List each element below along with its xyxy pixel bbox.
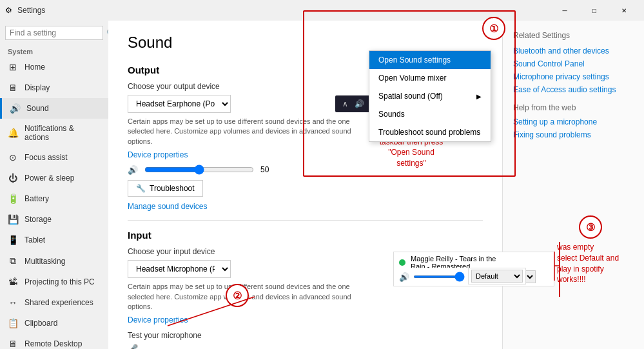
output-device-label: Choose your output device	[128, 82, 483, 91]
sidebar-item-battery[interactable]: 🔋 Battery	[0, 188, 108, 209]
nav-icon-home: ⊞	[8, 62, 18, 72]
output-troubleshoot-label: Troubleshoot	[150, 184, 195, 193]
nav-icon-projecting: 📽	[8, 277, 18, 287]
sidebar-item-remote[interactable]: 🖥 Remote Desktop	[0, 334, 108, 349]
sidebar-item-sound[interactable]: 🔊 Sound	[0, 98, 108, 119]
nav-icon-clipboard: 📋	[8, 318, 18, 328]
nav-icon-display: 🖥	[8, 83, 18, 93]
help-link-1[interactable]: Fixing sound problems	[513, 130, 634, 139]
nav-label-power: Power & sleep	[24, 174, 74, 183]
page-title: Sound	[128, 34, 483, 52]
mic-icon: 🎤	[128, 344, 138, 349]
help-web-title: Help from the web	[513, 103, 634, 112]
right-panel: Related Settings Bluetooth and other dev…	[502, 21, 644, 349]
master-volume-slider[interactable]	[144, 165, 254, 175]
nav-icon-notifications: 🔔	[8, 128, 18, 138]
output-device-properties-link[interactable]: Device properties	[128, 150, 483, 159]
nav-label-projecting: Projecting to this PC	[24, 277, 95, 286]
nav-label-remote: Remote Desktop	[24, 339, 82, 348]
sidebar-item-storage[interactable]: 💾 Storage	[0, 209, 108, 230]
sidebar-item-focus[interactable]: ⊙ Focus assist	[0, 147, 108, 168]
nav-label-storage: Storage	[24, 215, 52, 224]
close-button[interactable]: ✕	[609, 0, 639, 21]
nav-icon-sound: 🔊	[10, 103, 20, 114]
related-link-2[interactable]: Microphone privacy settings	[513, 72, 634, 81]
sidebar-item-multitasking[interactable]: ⧉ Multitasking	[0, 250, 108, 272]
help-link-0[interactable]: Setting up a microphone	[513, 117, 634, 126]
sidebar-item-power[interactable]: ⏻ Power & sleep	[0, 168, 108, 188]
nav-label-sound: Sound	[26, 104, 49, 113]
sidebar-item-clipboard[interactable]: 📋 Clipboard	[0, 313, 108, 334]
nav-icon-multitasking: ⧉	[8, 255, 18, 266]
master-volume-row: 🔊 50	[128, 165, 483, 175]
related-link-1[interactable]: Sound Control Panel	[513, 59, 634, 68]
app-icon: ⚙	[5, 6, 12, 15]
sidebar-item-display[interactable]: 🖥 Display	[0, 77, 108, 98]
search-input[interactable]	[10, 28, 106, 37]
main-content: Sound Output Choose your output device H…	[108, 21, 502, 349]
input-device-properties-link[interactable]: Device properties	[128, 315, 483, 324]
nav-icon-remote: 🖥	[8, 339, 18, 349]
output-troubleshoot-button[interactable]: 🔧 Troubleshoot	[128, 180, 203, 197]
nav-label-home: Home	[24, 63, 45, 72]
nav-icon-shared: ↔	[8, 297, 18, 308]
sidebar-item-tablet[interactable]: 📱 Tablet	[0, 230, 108, 250]
output-section-title: Output	[128, 65, 483, 75]
nav-label-clipboard: Clipboard	[24, 319, 57, 328]
related-settings-title: Related Settings	[513, 31, 634, 40]
nav-label-display: Display	[24, 83, 50, 92]
title-bar-controls: ─ □ ✕	[550, 0, 639, 21]
nav-icon-power: ⏻	[8, 173, 18, 183]
input-hint-text: Certain apps may be set up to use differ…	[128, 282, 373, 312]
output-hint-text: Certain apps may be set up to use differ…	[128, 117, 373, 146]
input-device-label: Choose your input device	[128, 247, 483, 256]
sidebar-item-projecting[interactable]: 📽 Projecting to this PC	[0, 272, 108, 292]
input-section-title: Input	[128, 230, 483, 241]
volume-icon: 🔊	[128, 165, 138, 175]
nav-label-notifications: Notifications & actions	[24, 124, 101, 142]
nav-icon-tablet: 📱	[8, 235, 18, 245]
wrench-icon: 🔧	[136, 184, 146, 193]
nav-label-multitasking: Multitasking	[24, 257, 65, 266]
divider-1	[128, 220, 483, 221]
nav-label-focus: Focus assist	[24, 153, 68, 162]
sidebar: 🔍 System ⊞ Home🖥 Display🔊 Sound🔔 Notific…	[0, 21, 108, 349]
restore-button[interactable]: □	[580, 0, 609, 21]
sidebar-item-home[interactable]: ⊞ Home	[0, 57, 108, 77]
volume-value: 50	[260, 165, 269, 174]
test-mic-label: Test your microphone	[128, 331, 483, 340]
sidebar-item-shared[interactable]: ↔ Shared experiences	[0, 292, 108, 313]
related-link-0[interactable]: Bluetooth and other devices	[513, 46, 634, 55]
related-link-3[interactable]: Ease of Access audio settings	[513, 85, 634, 94]
output-device-select[interactable]: Headset Earphone (Poly BT600)	[128, 95, 231, 113]
nav-label-shared: Shared experiences	[24, 298, 93, 307]
nav-label-battery: Battery	[24, 194, 49, 203]
nav-icon-focus: ⊙	[8, 152, 18, 163]
title-bar: ⚙ Settings ─ □ ✕	[0, 0, 644, 21]
search-box[interactable]: 🔍	[5, 26, 103, 40]
input-device-select[interactable]: Headset Microphone (Poly BT600)	[128, 260, 231, 278]
manage-sound-devices-link[interactable]: Manage sound devices	[128, 202, 483, 211]
nav-icon-battery: 🔋	[8, 194, 18, 204]
nav-icon-storage: 💾	[8, 214, 18, 224]
system-label: System	[0, 45, 108, 57]
nav-label-tablet: Tablet	[24, 235, 45, 244]
minimize-button[interactable]: ─	[550, 0, 580, 21]
title-bar-title: Settings	[17, 6, 45, 15]
sidebar-item-notifications[interactable]: 🔔 Notifications & actions	[0, 119, 108, 147]
